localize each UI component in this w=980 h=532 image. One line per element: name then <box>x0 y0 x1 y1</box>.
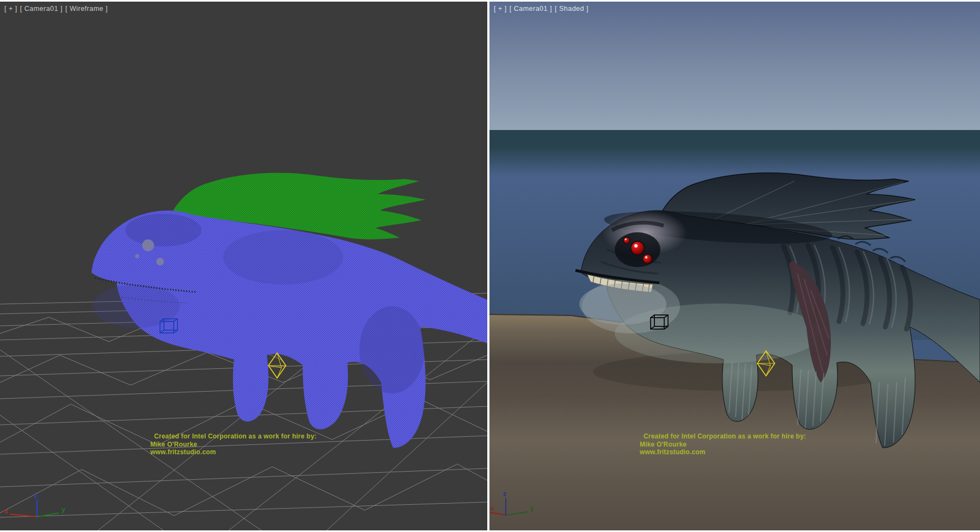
viewport-label: [ + ][ Camera01 ][ Shaded ] <box>494 5 591 13</box>
axis-y-label: y <box>62 506 65 514</box>
credit-text: Created for Intel Corporation as a work … <box>150 432 316 456</box>
max-dual-viewport: x y z [ + ][ Camera01 ][ Wireframe ] Cre… <box>0 0 980 532</box>
viewport-shaded[interactable]: x y z [ + ][ Camera01 ][ Shaded ] Create… <box>489 2 980 530</box>
axis-y <box>37 513 59 517</box>
axis-z-label: z <box>34 492 38 499</box>
credit-line-1: Created for Intel Corporation as a work … <box>644 432 806 441</box>
credit-line-2: Mike O'Rourke <box>640 441 806 449</box>
credit-line-2: Mike O'Rourke <box>150 441 316 449</box>
viewport-menu-expand[interactable]: [ + ] <box>494 5 507 13</box>
credit-text: Created for Intel Corporation as a work … <box>640 432 806 456</box>
sea-horizon-band <box>489 130 980 146</box>
viewport-menu-camera[interactable]: [ Camera01 ] <box>20 5 63 13</box>
credit-line-1: Created for Intel Corporation as a work … <box>154 432 316 441</box>
axis-z-label: z <box>503 490 506 498</box>
viewport-label: [ + ][ Camera01 ][ Wireframe ] <box>4 5 111 13</box>
fish-model-wireframe[interactable] <box>91 173 487 448</box>
fish-eyes <box>615 232 660 267</box>
viewport-menu-camera[interactable]: [ Camera01 ] <box>510 5 552 13</box>
viewport-menu-shading[interactable]: [ Shaded ] <box>555 5 589 13</box>
viewport-menu-shading[interactable]: [ Wireframe ] <box>65 5 108 13</box>
sky <box>489 2 980 130</box>
axis-x-label: x <box>4 508 8 515</box>
credit-line-3: www.fritzstudio.com <box>150 448 316 456</box>
axis-y-label: y <box>530 504 534 512</box>
axis-x-label: x <box>491 505 494 512</box>
credit-line-3: www.fritzstudio.com <box>640 448 806 456</box>
helper-diamond[interactable] <box>268 353 286 378</box>
viewport-menu-expand[interactable]: [ + ] <box>4 5 17 13</box>
fish-eye-main <box>631 242 645 255</box>
viewport-wireframe[interactable]: x y z [ + ][ Camera01 ][ Wireframe ] Cre… <box>0 2 487 530</box>
axis-gizmo: x y z <box>4 492 65 517</box>
